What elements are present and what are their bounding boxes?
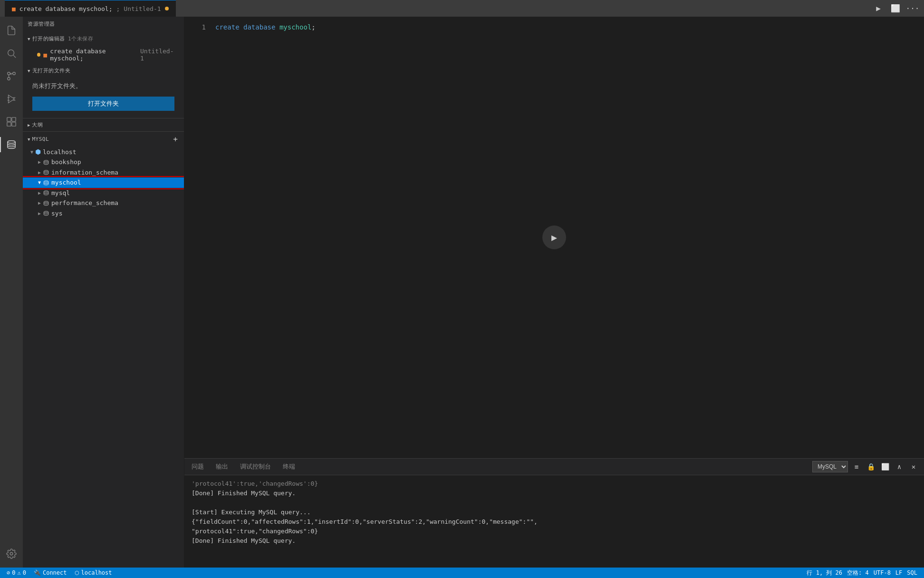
output-line-3: [Start] Executing MySQL query... — [192, 508, 917, 517]
outline-label: 大纲 — [32, 121, 43, 128]
svg-line-1 — [13, 55, 16, 58]
svg-point-2 — [8, 72, 10, 75]
activity-files[interactable] — [0, 19, 23, 42]
title-bar: ■ create database myschool; ; Untitled-1… — [0, 0, 924, 17]
editor-content[interactable]: 1 create database myschool; ▶ — [184, 17, 924, 458]
tree-sys[interactable]: ▶ sys — [23, 208, 184, 219]
sys-label: sys — [51, 210, 62, 217]
svg-point-3 — [13, 72, 16, 75]
output-line-blank — [192, 498, 917, 508]
tab-create-database[interactable]: ■ create database myschool; ; Untitled-1 — [5, 0, 176, 17]
status-line-col[interactable]: 行 1, 列 26 — [805, 569, 844, 577]
close-panel-button[interactable]: ✕ — [908, 461, 919, 472]
tab-debug-console[interactable]: 调试控制台 — [238, 460, 273, 473]
localhost-label: localhost — [43, 148, 76, 156]
expand-button[interactable]: ⬜ — [879, 461, 891, 472]
svg-point-17 — [44, 170, 48, 172]
run-button[interactable]: ▶ — [872, 2, 885, 15]
svg-rect-10 — [7, 118, 11, 121]
output-line-5: "protocol41":true,"changedRows":0} — [192, 527, 917, 536]
db-icon-myschool — [43, 179, 49, 186]
activity-settings[interactable] — [0, 545, 23, 568]
activity-debug[interactable] — [0, 88, 23, 110]
open-editors-header[interactable]: ▼ 打开的编辑器 1个未保存 — [23, 31, 184, 46]
sql-file-icon: ■ — [12, 5, 16, 12]
activity-database[interactable] — [0, 133, 23, 156]
svg-rect-12 — [7, 122, 11, 126]
svg-marker-5 — [9, 95, 15, 103]
tab-separator: ; — [116, 5, 120, 12]
mysql-section-header[interactable]: ▼ MYSQL + — [23, 131, 184, 147]
lock-button[interactable]: 🔒 — [865, 461, 876, 472]
chevron-up-button[interactable]: ∧ — [894, 461, 905, 472]
unsaved-badge: 1个未保存 — [68, 35, 93, 42]
file-label-main: create database myschool; — [50, 48, 135, 62]
tab-output[interactable]: 输出 — [213, 460, 231, 473]
title-bar-actions: ▶ ⬜ ··· — [872, 2, 919, 15]
tree-bookshop[interactable]: ▶ bookshop — [23, 157, 184, 167]
status-encoding[interactable]: UTF-8 — [872, 569, 893, 576]
svg-point-4 — [8, 78, 10, 80]
performance-schema-label: performance_schema — [51, 199, 118, 206]
clear-output-button[interactable]: ≡ — [851, 461, 862, 472]
information-schema-label: information_schema — [51, 169, 118, 176]
activity-source-control[interactable] — [0, 65, 23, 88]
code-editor[interactable]: create database myschool; — [213, 17, 924, 458]
db-icon-perf — [43, 199, 49, 207]
chevron-down-icon: ▼ — [28, 37, 30, 41]
status-localhost[interactable]: ⬡ localhost — [73, 568, 114, 578]
status-errors[interactable]: ⊘ 0 ⚠ 0 — [5, 568, 28, 578]
tab-problems[interactable]: 问题 — [189, 460, 206, 473]
activity-search[interactable] — [0, 42, 23, 65]
myschool-label: myschool — [51, 179, 81, 186]
file-label-secondary: Untitled-1 — [140, 48, 174, 62]
tree-performance-schema[interactable]: ▶ performance_schema — [23, 198, 184, 208]
tree-localhost[interactable]: ▼ ⬢ localhost — [23, 147, 184, 157]
chevron-right-icon-perf: ▶ — [38, 200, 41, 206]
status-eol[interactable]: LF — [894, 569, 904, 576]
line-col-label: 行 1, 列 26 — [807, 569, 842, 577]
chevron-right-icon-bookshop: ▶ — [38, 159, 41, 165]
split-editor-button[interactable]: ⬜ — [889, 2, 902, 15]
no-folder-header[interactable]: ▼ 无打开的文件夹 — [23, 63, 184, 78]
activity-bar — [0, 17, 23, 568]
mysql-section: ▼ MYSQL + ▼ ⬢ localhost ▶ — [23, 131, 184, 568]
more-actions-button[interactable]: ··· — [906, 2, 919, 15]
svg-point-15 — [10, 552, 13, 555]
chevron-right-icon: ▼ — [28, 69, 30, 73]
open-editors-label: 打开的编辑器 — [32, 35, 65, 42]
open-folder-button[interactable]: 打开文件夹 — [32, 97, 174, 111]
tree-information-schema[interactable]: ▶ information_schema — [23, 167, 184, 178]
db-icon-sys — [43, 210, 49, 217]
file-dirty-dot — [37, 53, 40, 57]
outline-section[interactable]: ▶ 大纲 — [23, 118, 184, 131]
explorer-header[interactable]: 资源管理器 — [23, 17, 184, 31]
status-connect[interactable]: 🔌 Connect — [32, 568, 69, 578]
chevron-right-icon-mysql-db: ▶ — [38, 190, 41, 196]
status-bar: ⊘ 0 ⚠ 0 🔌 Connect ⬡ localhost 行 1, 列 26 … — [0, 568, 924, 578]
db-icon-bookshop — [43, 158, 49, 166]
chevron-right-icon-infos: ▶ — [38, 170, 41, 175]
file-item-create-db[interactable]: ■ create database myschool; Untitled-1 — [23, 46, 184, 63]
code-line-1: create database myschool; — [213, 21, 924, 33]
mysql-label: MYSQL — [32, 136, 49, 142]
chevron-down-icon-localhost: ▼ — [30, 149, 33, 155]
spaces-label: 空格: 4 — [847, 569, 869, 577]
tree-myschool[interactable]: ▼ myschool — [23, 177, 184, 188]
status-spaces[interactable]: 空格: 4 — [845, 569, 871, 577]
output-source-select[interactable]: MySQL — [812, 461, 848, 472]
connect-label: Connect — [43, 569, 67, 576]
activity-extensions[interactable] — [0, 110, 23, 133]
svg-rect-11 — [12, 118, 16, 121]
add-connection-button[interactable]: + — [172, 135, 179, 144]
tree-mysql-db[interactable]: ▶ mysql — [23, 188, 184, 198]
chevron-down-icon-mysql: ▼ — [28, 137, 30, 142]
play-button-overlay[interactable]: ▶ — [542, 225, 566, 249]
line-numbers: 1 — [184, 17, 213, 458]
server-icon: ⬢ — [35, 148, 41, 156]
status-language[interactable]: SQL — [905, 569, 919, 576]
tab-terminal[interactable]: 终端 — [280, 460, 298, 473]
error-count: 0 — [12, 569, 15, 576]
terminal-output[interactable]: 'protocol41':true,'changedRows':0} [Done… — [184, 475, 924, 568]
warning-icon: ⚠ — [17, 569, 20, 576]
